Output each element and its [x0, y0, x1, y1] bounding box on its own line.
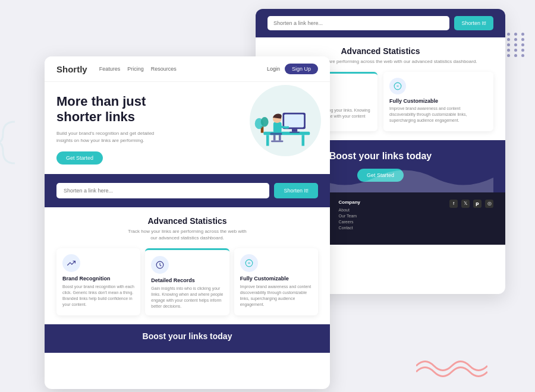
hero-description: Build your brand's recognition and get d… — [56, 130, 200, 144]
stats-heading: Advanced Statistics — [56, 216, 318, 226]
records-desc: Gain insights into who is clicking your … — [151, 286, 223, 309]
footer-company-heading: Company — [339, 200, 360, 205]
logo: Shortly — [56, 64, 87, 74]
footer-link-contact[interactable]: Contact — [339, 226, 360, 230]
hero-section: More than just shorter links Build your … — [45, 82, 330, 165]
shorten-button[interactable]: Shorten It! — [274, 183, 318, 198]
svg-rect-2 — [266, 135, 269, 146]
brand-icon — [62, 254, 80, 272]
signup-button[interactable]: Sign Up — [285, 64, 318, 74]
nav-resources[interactable]: Resources — [151, 66, 177, 72]
custom-desc: Improve brand awareness and content disc… — [240, 284, 312, 307]
stats-cards: Brand Recognition Boost your brand recog… — [56, 248, 318, 315]
back-custom-icon — [389, 78, 406, 94]
boost-section: Boost your links today — [45, 324, 330, 353]
back-stats-heading: Advanced Statistics — [268, 46, 493, 56]
stat-card-brand: Brand Recognition Boost your brand recog… — [56, 248, 140, 315]
svg-rect-13 — [270, 133, 282, 135]
custom-icon — [240, 254, 258, 272]
instagram-icon[interactable]: ◎ — [485, 200, 493, 208]
hero-illustration — [232, 85, 321, 162]
facebook-icon[interactable]: f — [449, 200, 458, 208]
svg-rect-14 — [273, 135, 276, 140]
nav-links: Features Pricing Resources — [99, 66, 267, 72]
footer-link-our-team[interactable]: Our Team — [339, 214, 360, 218]
nav-bar: Shortly Features Pricing Resources Login… — [45, 56, 330, 82]
footer-col-company: Company About Our Team Careers Contact — [339, 200, 360, 232]
twitter-icon[interactable]: 𝕏 — [461, 200, 470, 208]
back-shorten-button[interactable]: Shorten It! — [454, 16, 493, 30]
hero-text: More than just shorter links Build your … — [56, 94, 200, 165]
back-stat-card-custom: Fully Customizable Improve brand awarene… — [383, 72, 493, 131]
hero-cta-button[interactable]: Get Started — [56, 151, 103, 165]
pinterest-icon[interactable]: 𝗽 — [473, 200, 482, 208]
svg-rect-7 — [289, 132, 300, 133]
nav-pricing[interactable]: Pricing — [127, 66, 144, 72]
back-custom-desc: Improve brand awareness and content disc… — [389, 106, 487, 123]
hero-heading: More than just shorter links — [56, 94, 200, 125]
back-search-input[interactable] — [268, 16, 449, 30]
records-title: Detailed Records — [151, 277, 223, 283]
boost-heading: Boost your links today — [56, 331, 318, 341]
decorative-wave — [416, 354, 487, 380]
records-icon — [151, 256, 169, 274]
back-search-bar: Shorten It! — [256, 9, 505, 37]
svg-rect-3 — [302, 135, 305, 146]
brand-title: Brand Recognition — [62, 276, 134, 282]
footer-link-about[interactable]: About — [339, 208, 360, 212]
social-links: f 𝕏 𝗽 ◎ — [449, 200, 493, 208]
back-custom-title: Fully Customizable — [389, 98, 487, 104]
decorative-curly — [0, 119, 30, 166]
stats-section: Advanced Statistics Track how your links… — [45, 207, 330, 324]
nav-actions: Login Sign Up — [267, 64, 318, 74]
stat-card-custom: Fully Customizable Improve brand awarene… — [234, 248, 318, 315]
svg-rect-15 — [279, 135, 281, 140]
stats-subtext: Track how your links are performing acro… — [56, 228, 318, 241]
custom-title: Fully Customizable — [240, 276, 312, 282]
svg-rect-16 — [271, 140, 283, 142]
illustration-person — [253, 91, 318, 156]
svg-point-10 — [261, 117, 269, 127]
front-card: Shortly Features Pricing Resources Login… — [45, 56, 330, 389]
search-input[interactable] — [56, 183, 269, 198]
search-section: Shorten It! — [45, 174, 330, 207]
login-link[interactable]: Login — [267, 66, 280, 72]
footer-link-careers[interactable]: Careers — [339, 220, 360, 224]
brand-desc: Boost your brand recognition with each c… — [62, 284, 134, 307]
svg-rect-6 — [292, 129, 297, 132]
nav-features[interactable]: Features — [99, 66, 121, 72]
stat-card-records: Detailed Records Gain insights into who … — [145, 248, 229, 315]
svg-rect-5 — [284, 114, 304, 127]
